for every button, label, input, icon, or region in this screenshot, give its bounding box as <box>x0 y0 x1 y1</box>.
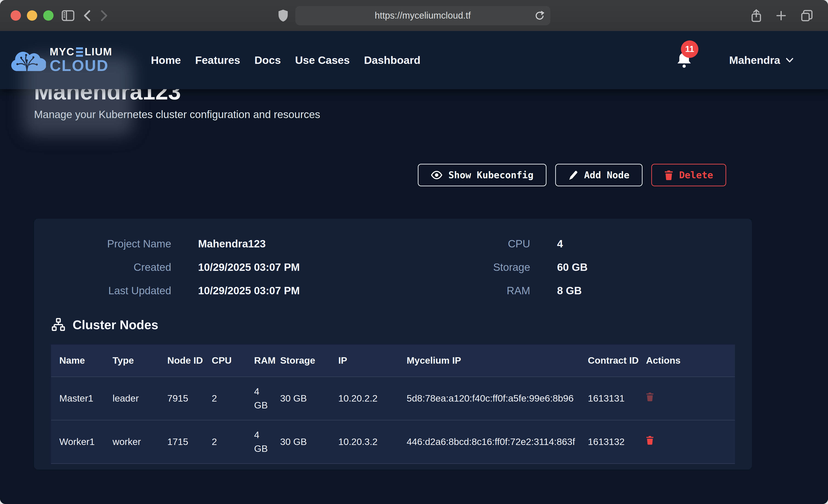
cell-ram: 4 GB <box>254 420 280 464</box>
close-window-button[interactable] <box>10 10 21 21</box>
delete-label: Delete <box>679 170 713 180</box>
page-content: MYC LIUM CLOUD Home Features Docs Use Ca… <box>0 31 828 504</box>
forward-button[interactable] <box>99 9 109 22</box>
notifications-button[interactable]: 11 <box>676 51 693 69</box>
col-name: Name <box>51 345 113 377</box>
cell-ip: 10.20.2.2 <box>338 377 407 420</box>
browser-titlebar: https://myceliumcloud.tf <box>0 0 828 31</box>
sidebar-icon <box>61 10 75 22</box>
created-label: Created <box>34 261 171 274</box>
created-value: 10/29/2025 03:07 PM <box>171 261 393 274</box>
brand-e-bars <box>76 47 83 57</box>
brand-top-post: LIUM <box>85 46 112 57</box>
back-button[interactable] <box>83 9 92 22</box>
cluster-details-card: Project Name Mahendra123 CPU 4 Created 1… <box>34 219 752 469</box>
col-type: Type <box>113 345 167 377</box>
cell-type: leader <box>113 377 167 420</box>
sidebar-toggle-button[interactable] <box>61 10 75 22</box>
forward-chevron-icon <box>99 9 109 22</box>
brand-top-pre: MYC <box>50 46 75 57</box>
cell-name: Master1 <box>51 377 113 420</box>
nav-item-home[interactable]: Home <box>151 54 181 67</box>
browser-window: https://myceliumcloud.tf <box>0 0 828 504</box>
cell-ram: 4 GB <box>254 377 280 420</box>
chevron-down-icon <box>786 57 793 63</box>
cpu-value: 4 <box>530 238 752 250</box>
cluster-nodes-heading: Cluster Nodes <box>51 318 752 332</box>
last-updated-label: Last Updated <box>34 284 171 297</box>
cell-storage: 30 GB <box>280 420 338 464</box>
col-storage: Storage <box>280 345 338 377</box>
network-nodes-icon <box>51 318 66 332</box>
delete-node-button[interactable] <box>646 435 654 445</box>
cluster-actions-toolbar: Show Kubeconfig Add Node Delete <box>34 164 752 186</box>
privacy-shield-icon[interactable] <box>278 9 288 22</box>
share-button[interactable] <box>751 9 762 22</box>
tabs-icon <box>800 9 813 22</box>
storage-value: 60 GB <box>530 261 752 274</box>
delete-cluster-button[interactable]: Delete <box>651 164 726 186</box>
brand-bottom: CLOUD <box>50 57 112 74</box>
show-kubeconfig-button[interactable]: Show Kubeconfig <box>418 164 546 186</box>
cell-cpu: 2 <box>212 377 254 420</box>
trash-icon <box>646 392 654 402</box>
cluster-info-grid: Project Name Mahendra123 CPU 4 Created 1… <box>34 219 752 297</box>
maximize-window-button[interactable] <box>43 10 53 21</box>
delete-node-button[interactable] <box>646 392 654 402</box>
table-row: Worker1 worker 1715 2 4 GB 30 GB 10.20.3… <box>51 420 735 464</box>
plus-icon <box>776 10 787 21</box>
share-icon <box>751 9 762 22</box>
cell-ip: 10.20.3.2 <box>338 420 407 464</box>
col-actions: Actions <box>646 345 735 377</box>
col-cpu: CPU <box>212 345 254 377</box>
show-kubeconfig-label: Show Kubeconfig <box>448 170 533 180</box>
cell-contract-id: 1613132 <box>588 420 646 464</box>
cell-cpu: 2 <box>212 420 254 464</box>
nodes-table-wrap: Name Type Node ID CPU RAM Storage IP Myc… <box>51 345 735 464</box>
cell-node-id: 1715 <box>167 420 212 464</box>
nodes-table: Name Type Node ID CPU RAM Storage IP Myc… <box>51 345 735 464</box>
tab-overview-button[interactable] <box>800 9 813 22</box>
trash-icon <box>664 170 673 180</box>
nav-item-docs[interactable]: Docs <box>254 54 281 67</box>
ram-label: RAM <box>393 284 530 297</box>
cell-type: worker <box>113 420 167 464</box>
url-text: https://myceliumcloud.tf <box>375 10 471 21</box>
brand-wordmark: MYC LIUM CLOUD <box>50 46 112 74</box>
project-name-value: Mahendra123 <box>171 238 393 250</box>
pencil-icon <box>568 170 578 180</box>
page-subtitle: Manage your Kubernetes cluster configura… <box>34 108 320 121</box>
cell-mycelium-ip: 446:d2a6:8bcd:8c16:ff0f:72e2:3114:863f <box>407 420 588 464</box>
user-menu[interactable]: Mahendra <box>729 54 793 67</box>
add-node-label: Add Node <box>584 170 629 180</box>
reload-icon[interactable] <box>534 10 545 21</box>
cell-name: Worker1 <box>51 420 113 464</box>
nav-item-use-cases[interactable]: Use Cases <box>295 54 350 67</box>
window-controls <box>10 10 53 21</box>
col-ip: IP <box>338 345 407 377</box>
eye-icon <box>431 171 442 179</box>
back-chevron-icon <box>83 9 92 22</box>
col-mycelium-ip: Mycelium IP <box>407 345 588 377</box>
add-node-button[interactable]: Add Node <box>555 164 642 186</box>
cell-contract-id: 1613131 <box>588 377 646 420</box>
brand-logo[interactable]: MYC LIUM CLOUD <box>8 46 112 74</box>
last-updated-value: 10/29/2025 03:07 PM <box>171 284 393 297</box>
col-node-id: Node ID <box>167 345 212 377</box>
mycelium-cloud-logo-icon <box>8 46 46 74</box>
new-tab-button[interactable] <box>776 10 787 21</box>
table-row: Master1 leader 7915 2 4 GB 30 GB 10.20.2… <box>51 377 735 420</box>
address-bar[interactable]: https://myceliumcloud.tf <box>295 6 550 25</box>
storage-label: Storage <box>393 261 530 274</box>
nav-item-dashboard[interactable]: Dashboard <box>364 54 420 67</box>
cluster-nodes-title: Cluster Nodes <box>73 318 158 332</box>
main-nav: Home Features Docs Use Cases Dashboard <box>151 54 420 67</box>
cpu-label: CPU <box>393 238 530 250</box>
cell-node-id: 7915 <box>167 377 212 420</box>
col-contract-id: Contract ID <box>588 345 646 377</box>
user-name: Mahendra <box>729 54 780 67</box>
table-header-row: Name Type Node ID CPU RAM Storage IP Myc… <box>51 345 735 377</box>
minimize-window-button[interactable] <box>27 10 37 21</box>
nav-item-features[interactable]: Features <box>195 54 240 67</box>
notification-count-badge: 11 <box>681 40 698 58</box>
